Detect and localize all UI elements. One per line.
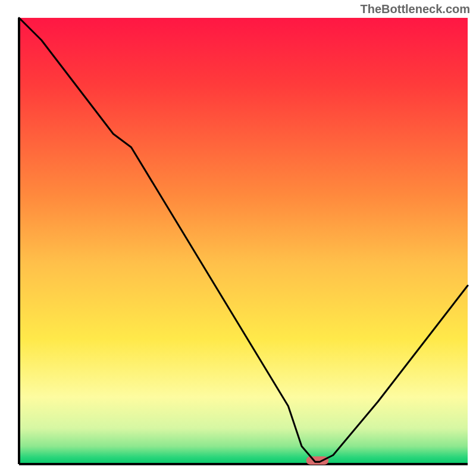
bottleneck-chart: TheBottleneck.com: [0, 0, 476, 476]
chart-canvas: [0, 0, 476, 476]
watermark-text: TheBottleneck.com: [361, 2, 470, 16]
gradient-background: [19, 18, 468, 464]
optimal-marker: [306, 456, 329, 465]
